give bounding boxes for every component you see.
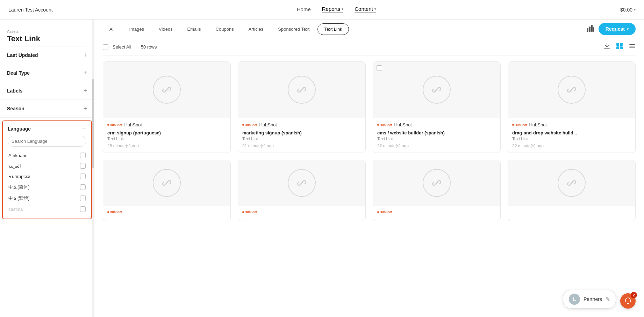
card-3-checkbox[interactable] <box>377 65 382 71</box>
card-1-link-icon-wrap <box>153 76 181 104</box>
lang-item-bulgarian[interactable]: Български <box>8 171 86 182</box>
card-4-link-icon-wrap <box>558 76 586 104</box>
lang-checkbox-czech[interactable] <box>80 206 86 212</box>
tab-text-link[interactable]: Text Link <box>317 23 349 35</box>
card-6-brand-logo: HubSpot <box>242 210 257 214</box>
card-2-body: HubSpot HubSpot marketing signup (spanis… <box>238 118 365 153</box>
card-5[interactable]: HubSpot <box>103 160 231 221</box>
request-button[interactable]: Request ▾ <box>599 23 636 35</box>
filter-labels[interactable]: Labels + <box>0 82 94 100</box>
lang-checkbox-chinese-traditional[interactable] <box>80 196 86 201</box>
language-header[interactable]: Language − <box>8 125 86 132</box>
tab-articles[interactable]: Articles <box>242 23 270 35</box>
card-4-image <box>508 62 635 118</box>
card-2[interactable]: HubSpot HubSpot marketing signup (spanis… <box>238 61 366 153</box>
filter-deal-type[interactable]: Deal Type + <box>0 64 94 82</box>
card-7-brand-logo: HubSpot <box>377 210 392 214</box>
card-7-brand: HubSpot <box>377 210 496 214</box>
card-4[interactable]: HubSpot HubSpot drag-and-drop website bu… <box>508 61 636 153</box>
card-6-body: HubSpot <box>238 206 365 221</box>
card-1[interactable]: HubSpot HubSpot crm signup (portuguese) … <box>103 61 231 153</box>
main-content: All Images Videos Emails Coupons Article… <box>94 20 644 317</box>
card-2-brand-logo: HubSpot <box>242 123 257 127</box>
tab-all[interactable]: All <box>103 23 121 35</box>
filter-language-section: Language − Afrikaans العربية Български <box>2 120 92 219</box>
lang-item-chinese-simplified[interactable]: 中文(简体) <box>8 182 86 193</box>
svg-rect-2 <box>591 25 593 32</box>
svg-rect-1 <box>589 27 591 32</box>
card-6-brand: HubSpot <box>242 210 361 214</box>
tab-coupons[interactable]: Coupons <box>209 23 241 35</box>
sidebar: Assets Text Link Last Updated + Deal Typ… <box>0 20 94 317</box>
lang-checkbox-bulgarian[interactable] <box>80 174 86 179</box>
balance-value: $0.00 <box>620 7 632 13</box>
account-balance[interactable]: $0.00 ▾ <box>620 7 636 13</box>
card-1-image <box>103 62 230 118</box>
last-updated-expand-icon: + <box>83 52 87 58</box>
tab-sponsored-text[interactable]: Sponsored Text <box>271 23 316 35</box>
sidebar-scrollbar-track <box>92 20 94 317</box>
card-1-time: 28 minute(s) ago <box>107 143 226 148</box>
card-4-title: drag-and-drop website build... <box>512 130 631 135</box>
notification-button[interactable]: 2 <box>620 293 636 309</box>
sidebar-scrollbar-thumb[interactable] <box>92 79 94 168</box>
download-icon[interactable] <box>603 43 610 51</box>
card-7-link-icon-wrap <box>423 169 451 197</box>
partners-widget[interactable]: L Partners ✎ <box>563 290 616 309</box>
lang-checkbox-afrikaans[interactable] <box>80 153 86 158</box>
lang-label-chinese-simplified: 中文(简体) <box>8 184 30 190</box>
filter-season[interactable]: Season + <box>0 100 94 118</box>
nav-home[interactable]: Home <box>297 6 311 13</box>
card-4-type: Text Link <box>512 137 631 141</box>
tab-emails[interactable]: Emails <box>181 23 208 35</box>
card-7[interactable]: HubSpot <box>373 160 501 221</box>
select-all-checkbox[interactable] <box>103 44 108 50</box>
language-list: Afrikaans العربية Български 中文(简体) <box>8 150 86 214</box>
lang-item-chinese-traditional[interactable]: 中文(繁體) <box>8 193 86 204</box>
card-4-time: 32 minute(s) ago <box>512 143 631 148</box>
lang-label-czech: čeština <box>8 207 23 212</box>
card-6-link-icon-wrap <box>288 169 316 197</box>
request-button-label: Request <box>606 26 625 32</box>
chart-icon[interactable] <box>587 24 594 34</box>
card-3-title: cms / website builder (spanish) <box>377 130 496 135</box>
filter-last-updated-label: Last Updated <box>7 52 38 58</box>
card-3-time: 32 minute(s) ago <box>377 143 496 148</box>
card-6[interactable]: HubSpot <box>238 160 366 221</box>
filter-last-updated[interactable]: Last Updated + <box>0 46 94 64</box>
svg-rect-5 <box>620 43 623 46</box>
reports-chevron-icon: ▾ <box>342 7 343 11</box>
lang-item-czech[interactable]: čeština <box>8 204 86 214</box>
svg-rect-4 <box>616 43 619 46</box>
card-1-title: crm signup (portuguese) <box>107 130 226 135</box>
partners-edit-icon[interactable]: ✎ <box>606 296 610 303</box>
lang-checkbox-arabic[interactable] <box>80 163 86 169</box>
nav-reports[interactable]: Reports ▾ <box>322 6 344 13</box>
card-3-brand: HubSpot HubSpot <box>377 122 496 127</box>
card-5-link-icon-wrap <box>153 169 181 197</box>
deal-type-expand-icon: + <box>83 70 87 76</box>
lang-checkbox-chinese-simplified[interactable] <box>80 184 86 190</box>
account-name: Lauren Test Account <box>8 7 53 13</box>
labels-expand-icon: + <box>83 88 87 94</box>
card-8-body <box>508 206 635 214</box>
content-chevron-icon: ▾ <box>374 7 376 11</box>
lang-item-arabic[interactable]: العربية <box>8 161 86 171</box>
card-5-body: HubSpot <box>103 206 230 221</box>
card-2-link-icon-wrap <box>288 76 316 104</box>
card-3-image <box>373 62 500 118</box>
list-view-icon[interactable] <box>629 43 636 51</box>
card-8-image <box>508 160 635 206</box>
lang-item-afrikaans[interactable]: Afrikaans <box>8 150 86 161</box>
svg-rect-7 <box>620 46 623 49</box>
tab-images[interactable]: Images <box>122 23 151 35</box>
card-8[interactable] <box>508 160 636 221</box>
tabs-actions: Request ▾ <box>587 23 636 35</box>
card-1-brand: HubSpot HubSpot <box>107 122 226 127</box>
select-all-label[interactable]: Select All <box>113 44 131 50</box>
tab-videos[interactable]: Videos <box>152 23 179 35</box>
search-language-input[interactable] <box>8 136 86 147</box>
nav-content[interactable]: Content ▾ <box>355 6 376 13</box>
card-3[interactable]: HubSpot HubSpot cms / website builder (s… <box>373 61 501 153</box>
grid-view-icon[interactable] <box>616 43 623 51</box>
